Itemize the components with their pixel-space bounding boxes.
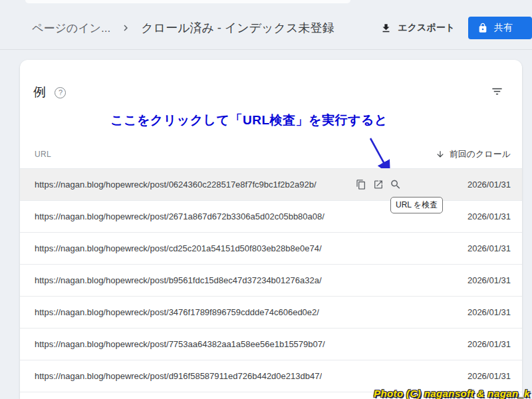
row-action-icons <box>354 178 402 192</box>
card-header: 例 ? <box>33 84 509 102</box>
breadcrumb: ページのイン... クロール済み - インデックス未登録 <box>32 9 334 47</box>
copy-icon <box>356 180 366 190</box>
annotation-text: ここをクリックして「URL検査」を実行すると <box>110 112 388 129</box>
filter-button[interactable] <box>491 85 503 98</box>
column-header-url[interactable]: URL <box>35 150 51 159</box>
lock-icon <box>477 23 488 33</box>
share-button-label: 共有 <box>494 22 513 34</box>
filter-icon <box>491 85 503 98</box>
last-crawl-cell: 2026/01/31 <box>467 371 511 381</box>
page-background: ページのイン... クロール済み - インデックス未登録 エクスポート 共有 <box>0 0 532 399</box>
export-button-label: エクスポート <box>398 22 455 34</box>
sort-desc-icon <box>436 150 445 159</box>
column-header-last-crawl[interactable]: 前回のクロール <box>436 148 511 160</box>
help-icon[interactable]: ? <box>55 87 66 98</box>
table-row[interactable]: https://nagan.blog/hopewreck/post/3476f1… <box>20 297 522 329</box>
share-button[interactable]: 共有 <box>468 17 532 39</box>
copy-url-button[interactable] <box>354 178 368 192</box>
chevron-right-icon <box>120 22 132 34</box>
header-actions: エクスポート 共有 <box>380 9 532 47</box>
last-crawl-cell: 2026/01/31 <box>467 211 511 221</box>
table-row[interactable]: https://nagan.blog/hopewreck/post/7753aa… <box>20 329 522 360</box>
breadcrumb-parent[interactable]: ページのイン... <box>32 21 110 36</box>
inspect-url-tooltip: URL を検査 <box>390 197 443 213</box>
open-in-new-button[interactable] <box>371 178 385 192</box>
header-divider <box>0 49 532 50</box>
search-icon <box>390 179 402 191</box>
table-row[interactable]: https://nagan.blog/hopewreck/post/062436… <box>20 169 522 201</box>
table-body: https://nagan.blog/hopewreck/post/062436… <box>20 169 522 399</box>
url-cell: https://nagan.blog/hopewreck/post/cd25c2… <box>35 243 322 253</box>
export-button[interactable]: エクスポート <box>380 22 455 34</box>
card-title: 例 <box>33 84 46 101</box>
table-row[interactable]: https://nagan.blog/hopewreck/post/2671a8… <box>20 201 522 233</box>
table-row[interactable]: https://nagan.blog/hopewreck/post/b9561f… <box>20 265 522 297</box>
url-cell: https://nagan.blog/hopewreck/post/b9561f… <box>35 275 322 285</box>
table-header-row: URL 前回のクロール <box>20 140 522 169</box>
header: ページのイン... クロール済み - インデックス未登録 エクスポート 共有 <box>0 9 532 47</box>
last-crawl-cell: 2026/01/31 <box>467 275 511 285</box>
url-cell: https://nagan.blog/hopewreck/post/2671a8… <box>35 211 325 221</box>
url-cell: https://nagan.blog/hopewreck/post/7753aa… <box>35 339 325 349</box>
last-crawl-cell: 2026/01/31 <box>467 307 511 317</box>
url-cell: https://nagan.blog/hopewreck/post/3476f1… <box>35 307 319 317</box>
examples-card: 例 ? ここをクリックして「URL検査」を実行すると URL <box>20 60 522 399</box>
top-panel-edge <box>25 0 350 3</box>
last-crawl-cell: 2026/01/31 <box>467 339 511 349</box>
watermark: Photo (C) nagansoft & nagan_k <box>374 388 530 399</box>
breadcrumb-current: クロール済み - インデックス未登録 <box>141 20 334 36</box>
table-row[interactable]: https://nagan.blog/hopewreck/post/cd25c2… <box>20 233 522 265</box>
download-icon <box>380 23 392 34</box>
url-cell: https://nagan.blog/hopewreck/post/062436… <box>35 180 317 190</box>
open-in-new-icon <box>373 180 384 190</box>
inspect-url-button[interactable] <box>388 178 402 192</box>
last-crawl-cell: 2026/01/31 <box>467 180 511 190</box>
url-cell: https://nagan.blog/hopewreck/post/d916f5… <box>35 371 322 381</box>
last-crawl-cell: 2026/01/31 <box>467 243 511 253</box>
column-header-last-crawl-label: 前回のクロール <box>450 148 511 160</box>
